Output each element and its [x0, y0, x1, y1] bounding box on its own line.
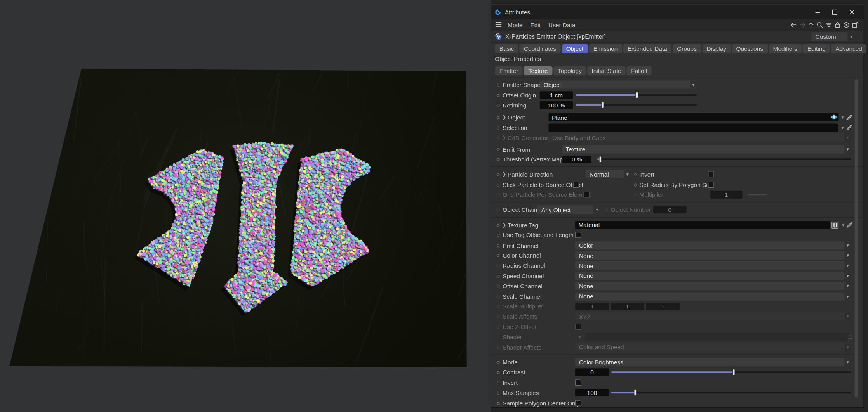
tab-object[interactable]: Object — [562, 44, 588, 53]
chevron-down-icon[interactable]: ▼ — [840, 116, 845, 119]
keyframe-diamond[interactable]: ◇ — [497, 284, 500, 289]
emit-channel-dropdown[interactable]: Color▼ — [575, 241, 851, 249]
subtab-emitter[interactable]: Emitter — [495, 66, 523, 75]
pick-object-pencil-icon[interactable] — [845, 114, 853, 121]
contrast-input[interactable]: 0 — [575, 369, 609, 376]
keyframe-diamond[interactable]: ◇ — [497, 263, 500, 268]
tab-modifiers[interactable]: Modifiers — [769, 44, 802, 53]
retiming-slider[interactable] — [576, 101, 697, 109]
menu-mode[interactable]: Mode — [508, 21, 523, 28]
hamburger-menu-icon[interactable] — [495, 21, 502, 28]
radius-channel-dropdown[interactable]: None▼ — [575, 261, 851, 270]
invert-checkbox[interactable] — [575, 379, 581, 386]
keyframe-diamond[interactable]: ◇ — [497, 294, 500, 299]
mode-dropdown[interactable]: Color Brightness▼ — [575, 358, 851, 366]
tab-advanced[interactable]: Advanced — [831, 44, 866, 53]
contrast-slider[interactable] — [611, 369, 852, 376]
object-chain-dropdown[interactable]: Any Object▼ — [537, 206, 600, 214]
tab-editing[interactable]: Editing — [803, 44, 830, 53]
maximize-button[interactable] — [826, 6, 843, 18]
subtab-texture[interactable]: Texture — [524, 66, 552, 75]
offset-channel-dropdown[interactable]: None▼ — [575, 282, 851, 290]
keyframe-diamond[interactable]: ◇ — [497, 92, 500, 97]
keyframe-diamond[interactable]: ◇ — [497, 207, 500, 212]
popout-icon[interactable] — [851, 21, 860, 28]
keyframe-diamond[interactable]: ◇ — [497, 380, 500, 385]
keyframe-diamond[interactable]: ◇ — [634, 182, 637, 187]
subtab-initial-state[interactable]: Initial State — [587, 66, 626, 75]
subtab-topology[interactable]: Topology — [553, 66, 586, 75]
threshold-input[interactable]: 0 % — [562, 155, 591, 163]
invert-direction-checkbox[interactable] — [708, 171, 714, 178]
forward-arrow-icon[interactable] — [798, 21, 807, 28]
keyframe-diamond[interactable]: ◇ — [497, 223, 500, 228]
preset-dropdown[interactable]: Custom ▼ — [811, 32, 855, 41]
search-icon[interactable] — [816, 21, 825, 28]
pick-tag-pencil-icon[interactable] — [846, 222, 853, 229]
keyframe-diamond[interactable]: ◇ — [497, 253, 500, 258]
viewport-canvas[interactable] — [0, 0, 491, 412]
keyframe-diamond[interactable]: ◇ — [497, 157, 500, 162]
menu-edit[interactable]: Edit — [531, 21, 541, 28]
keyframe-diamond[interactable]: ◇ — [497, 182, 500, 187]
chevron-down-icon[interactable]: ▼ — [840, 126, 845, 130]
threshold-slider[interactable] — [597, 155, 851, 163]
tab-extended-data[interactable]: Extended Data — [623, 44, 671, 53]
expander-chevron-icon[interactable]: ❯ — [502, 222, 506, 228]
tab-groups[interactable]: Groups — [673, 44, 701, 53]
keyframe-diamond[interactable]: ◇ — [497, 274, 500, 279]
keyframe-diamond[interactable]: ◇ — [497, 172, 500, 177]
subtab-falloff[interactable]: Falloff — [627, 66, 652, 75]
title-bar[interactable]: Attributes — [491, 4, 863, 19]
keyframe-diamond[interactable]: ◇ — [497, 243, 500, 248]
tab-emission[interactable]: Emission — [589, 44, 622, 53]
keyframe-diamond[interactable]: ◇ — [497, 400, 500, 405]
keyframe-diamond[interactable]: ◇ — [497, 125, 500, 130]
speed-channel-dropdown[interactable]: None▼ — [575, 272, 851, 280]
max-samples-slider[interactable] — [611, 389, 852, 396]
scale-channel-dropdown[interactable]: None▼ — [575, 292, 851, 300]
offset-origin-input[interactable]: 1 cm — [540, 91, 573, 99]
expander-chevron-icon[interactable]: ❯ — [502, 114, 506, 120]
back-arrow-icon[interactable] — [789, 21, 798, 28]
keyframe-diamond[interactable]: ◇ — [497, 147, 500, 152]
tab-questions[interactable]: Questions — [732, 44, 767, 53]
viewport-3d[interactable] — [0, 0, 491, 412]
particle-direction-dropdown[interactable]: Normal▼ — [586, 170, 631, 178]
chevron-down-icon[interactable]: ▼ — [840, 223, 846, 227]
tab-display[interactable]: Display — [702, 44, 731, 53]
lock-icon[interactable] — [833, 21, 842, 28]
keyframe-diamond[interactable]: ◇ — [497, 390, 500, 395]
close-button[interactable] — [843, 6, 860, 18]
tab-coordinates[interactable]: Coordinates — [520, 44, 561, 53]
color-channel-dropdown[interactable]: None▼ — [575, 251, 851, 260]
retiming-input[interactable]: 100 % — [540, 101, 573, 109]
tab-basic[interactable]: Basic — [495, 44, 518, 53]
emitter-shape-dropdown[interactable]: Object▼ — [540, 81, 697, 89]
keyframe-diamond[interactable]: ◇ — [497, 102, 500, 107]
use-tag-offset-checkbox[interactable] — [575, 232, 581, 238]
keyframe-diamond[interactable]: ◇ — [497, 115, 500, 120]
up-arrow-icon[interactable] — [807, 21, 816, 28]
keyframe-diamond[interactable]: ◇ — [497, 360, 500, 365]
emit-from-dropdown[interactable]: Texture▼ — [562, 145, 851, 153]
menu-user-data[interactable]: User Data — [548, 21, 575, 28]
scrollbar[interactable] — [854, 78, 858, 399]
keyframe-diamond[interactable]: ◇ — [497, 233, 500, 238]
max-samples-input[interactable]: 100 — [575, 389, 609, 396]
minimize-button[interactable] — [809, 6, 826, 18]
texture-tag-field[interactable]: Material — [575, 221, 830, 229]
record-target-icon[interactable] — [842, 21, 851, 28]
set-radius-checkbox[interactable] — [708, 182, 714, 188]
pick-selection-pencil-icon[interactable] — [845, 124, 853, 132]
selection-field[interactable] — [549, 123, 838, 132]
stick-particle-checkbox[interactable] — [573, 182, 579, 188]
filter-icon[interactable] — [824, 21, 833, 28]
keyframe-diamond[interactable]: ◇ — [497, 370, 500, 375]
sample-polygon-checkbox[interactable] — [575, 400, 581, 406]
keyframe-diamond[interactable]: ◇ — [497, 82, 500, 87]
expander-chevron-icon[interactable]: ❯ — [502, 171, 506, 177]
scrollbar-thumb[interactable] — [855, 79, 858, 398]
object-link-field[interactable]: Plane — [549, 113, 839, 121]
offset-origin-slider[interactable] — [576, 91, 697, 99]
